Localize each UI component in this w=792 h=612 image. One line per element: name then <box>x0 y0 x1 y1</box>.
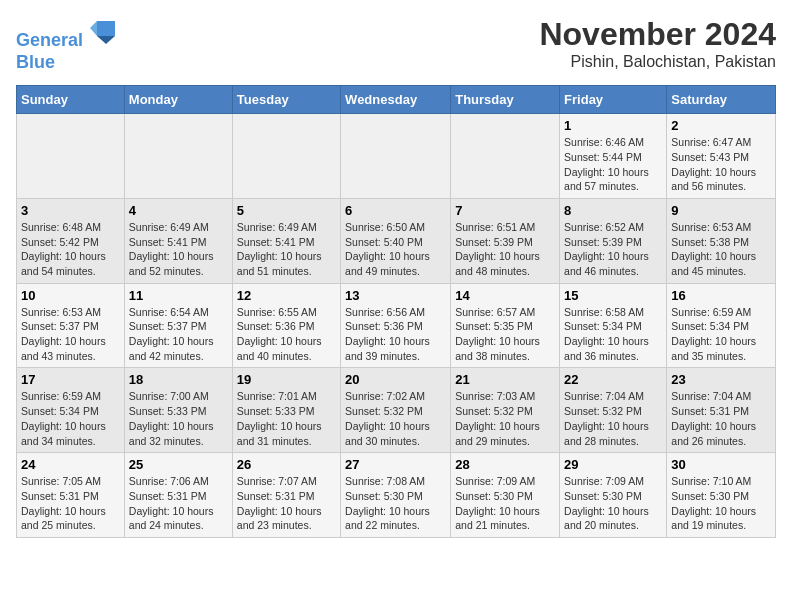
day-info-text: Sunrise: 7:04 AMSunset: 5:32 PMDaylight:… <box>564 389 662 448</box>
day-info-text: Sunrise: 6:58 AMSunset: 5:34 PMDaylight:… <box>564 305 662 364</box>
calendar-cell: 1Sunrise: 6:46 AMSunset: 5:44 PMDaylight… <box>560 114 667 199</box>
day-number: 26 <box>237 457 336 472</box>
day-number: 29 <box>564 457 662 472</box>
day-number: 5 <box>237 203 336 218</box>
calendar-cell: 24Sunrise: 7:05 AMSunset: 5:31 PMDayligh… <box>17 453 125 538</box>
calendar-week-row: 1Sunrise: 6:46 AMSunset: 5:44 PMDaylight… <box>17 114 776 199</box>
day-number: 12 <box>237 288 336 303</box>
day-number: 6 <box>345 203 446 218</box>
calendar-cell: 21Sunrise: 7:03 AMSunset: 5:32 PMDayligh… <box>451 368 560 453</box>
day-info-text: Sunrise: 6:51 AMSunset: 5:39 PMDaylight:… <box>455 220 555 279</box>
day-header-saturday: Saturday <box>667 86 776 114</box>
logo-icon <box>87 16 117 46</box>
day-header-sunday: Sunday <box>17 86 125 114</box>
day-info-text: Sunrise: 7:02 AMSunset: 5:32 PMDaylight:… <box>345 389 446 448</box>
calendar-cell: 4Sunrise: 6:49 AMSunset: 5:41 PMDaylight… <box>124 198 232 283</box>
day-header-tuesday: Tuesday <box>232 86 340 114</box>
day-info-text: Sunrise: 6:47 AMSunset: 5:43 PMDaylight:… <box>671 135 771 194</box>
logo: General Blue <box>16 16 117 73</box>
day-header-wednesday: Wednesday <box>341 86 451 114</box>
day-header-monday: Monday <box>124 86 232 114</box>
day-info-text: Sunrise: 7:07 AMSunset: 5:31 PMDaylight:… <box>237 474 336 533</box>
day-info-text: Sunrise: 6:55 AMSunset: 5:36 PMDaylight:… <box>237 305 336 364</box>
day-number: 9 <box>671 203 771 218</box>
day-info-text: Sunrise: 7:01 AMSunset: 5:33 PMDaylight:… <box>237 389 336 448</box>
calendar-cell <box>124 114 232 199</box>
logo-text: General <box>16 16 117 52</box>
day-info-text: Sunrise: 6:50 AMSunset: 5:40 PMDaylight:… <box>345 220 446 279</box>
day-number: 17 <box>21 372 120 387</box>
day-number: 19 <box>237 372 336 387</box>
calendar-cell: 11Sunrise: 6:54 AMSunset: 5:37 PMDayligh… <box>124 283 232 368</box>
day-info-text: Sunrise: 7:03 AMSunset: 5:32 PMDaylight:… <box>455 389 555 448</box>
day-info-text: Sunrise: 6:49 AMSunset: 5:41 PMDaylight:… <box>237 220 336 279</box>
calendar-cell: 10Sunrise: 6:53 AMSunset: 5:37 PMDayligh… <box>17 283 125 368</box>
day-info-text: Sunrise: 6:57 AMSunset: 5:35 PMDaylight:… <box>455 305 555 364</box>
title-section: November 2024 Pishin, Balochistan, Pakis… <box>539 16 776 71</box>
day-info-text: Sunrise: 6:59 AMSunset: 5:34 PMDaylight:… <box>21 389 120 448</box>
calendar-cell: 20Sunrise: 7:02 AMSunset: 5:32 PMDayligh… <box>341 368 451 453</box>
calendar-cell: 7Sunrise: 6:51 AMSunset: 5:39 PMDaylight… <box>451 198 560 283</box>
calendar-cell: 27Sunrise: 7:08 AMSunset: 5:30 PMDayligh… <box>341 453 451 538</box>
calendar-week-row: 17Sunrise: 6:59 AMSunset: 5:34 PMDayligh… <box>17 368 776 453</box>
calendar-cell: 18Sunrise: 7:00 AMSunset: 5:33 PMDayligh… <box>124 368 232 453</box>
month-title: November 2024 <box>539 16 776 53</box>
day-info-text: Sunrise: 7:00 AMSunset: 5:33 PMDaylight:… <box>129 389 228 448</box>
day-number: 18 <box>129 372 228 387</box>
day-number: 23 <box>671 372 771 387</box>
day-number: 16 <box>671 288 771 303</box>
day-info-text: Sunrise: 7:09 AMSunset: 5:30 PMDaylight:… <box>455 474 555 533</box>
calendar-cell: 5Sunrise: 6:49 AMSunset: 5:41 PMDaylight… <box>232 198 340 283</box>
day-number: 7 <box>455 203 555 218</box>
calendar-cell: 8Sunrise: 6:52 AMSunset: 5:39 PMDaylight… <box>560 198 667 283</box>
calendar-cell <box>451 114 560 199</box>
calendar-week-row: 3Sunrise: 6:48 AMSunset: 5:42 PMDaylight… <box>17 198 776 283</box>
day-number: 27 <box>345 457 446 472</box>
day-info-text: Sunrise: 6:52 AMSunset: 5:39 PMDaylight:… <box>564 220 662 279</box>
calendar-cell: 13Sunrise: 6:56 AMSunset: 5:36 PMDayligh… <box>341 283 451 368</box>
svg-marker-1 <box>97 36 115 44</box>
day-number: 30 <box>671 457 771 472</box>
page-header: General Blue November 2024 Pishin, Baloc… <box>16 16 776 73</box>
calendar-cell: 22Sunrise: 7:04 AMSunset: 5:32 PMDayligh… <box>560 368 667 453</box>
day-number: 28 <box>455 457 555 472</box>
day-number: 2 <box>671 118 771 133</box>
day-info-text: Sunrise: 6:54 AMSunset: 5:37 PMDaylight:… <box>129 305 228 364</box>
day-info-text: Sunrise: 7:06 AMSunset: 5:31 PMDaylight:… <box>129 474 228 533</box>
day-info-text: Sunrise: 7:10 AMSunset: 5:30 PMDaylight:… <box>671 474 771 533</box>
calendar-cell: 23Sunrise: 7:04 AMSunset: 5:31 PMDayligh… <box>667 368 776 453</box>
day-info-text: Sunrise: 6:49 AMSunset: 5:41 PMDaylight:… <box>129 220 228 279</box>
calendar-week-row: 24Sunrise: 7:05 AMSunset: 5:31 PMDayligh… <box>17 453 776 538</box>
day-number: 1 <box>564 118 662 133</box>
calendar-cell: 26Sunrise: 7:07 AMSunset: 5:31 PMDayligh… <box>232 453 340 538</box>
day-number: 10 <box>21 288 120 303</box>
day-info-text: Sunrise: 6:46 AMSunset: 5:44 PMDaylight:… <box>564 135 662 194</box>
calendar-cell: 9Sunrise: 6:53 AMSunset: 5:38 PMDaylight… <box>667 198 776 283</box>
day-number: 24 <box>21 457 120 472</box>
day-number: 11 <box>129 288 228 303</box>
calendar-cell: 28Sunrise: 7:09 AMSunset: 5:30 PMDayligh… <box>451 453 560 538</box>
day-number: 22 <box>564 372 662 387</box>
calendar-cell: 14Sunrise: 6:57 AMSunset: 5:35 PMDayligh… <box>451 283 560 368</box>
day-info-text: Sunrise: 6:59 AMSunset: 5:34 PMDaylight:… <box>671 305 771 364</box>
location-text: Pishin, Balochistan, Pakistan <box>539 53 776 71</box>
day-number: 25 <box>129 457 228 472</box>
calendar-cell <box>341 114 451 199</box>
day-info-text: Sunrise: 7:05 AMSunset: 5:31 PMDaylight:… <box>21 474 120 533</box>
calendar-cell <box>17 114 125 199</box>
day-info-text: Sunrise: 6:53 AMSunset: 5:37 PMDaylight:… <box>21 305 120 364</box>
calendar-cell: 3Sunrise: 6:48 AMSunset: 5:42 PMDaylight… <box>17 198 125 283</box>
calendar-week-row: 10Sunrise: 6:53 AMSunset: 5:37 PMDayligh… <box>17 283 776 368</box>
day-info-text: Sunrise: 7:04 AMSunset: 5:31 PMDaylight:… <box>671 389 771 448</box>
day-header-thursday: Thursday <box>451 86 560 114</box>
day-info-text: Sunrise: 6:56 AMSunset: 5:36 PMDaylight:… <box>345 305 446 364</box>
day-info-text: Sunrise: 7:09 AMSunset: 5:30 PMDaylight:… <box>564 474 662 533</box>
calendar-cell <box>232 114 340 199</box>
calendar-cell: 2Sunrise: 6:47 AMSunset: 5:43 PMDaylight… <box>667 114 776 199</box>
calendar-cell: 17Sunrise: 6:59 AMSunset: 5:34 PMDayligh… <box>17 368 125 453</box>
logo-blue-text: Blue <box>16 52 117 74</box>
day-info-text: Sunrise: 6:48 AMSunset: 5:42 PMDaylight:… <box>21 220 120 279</box>
day-number: 8 <box>564 203 662 218</box>
day-info-text: Sunrise: 6:53 AMSunset: 5:38 PMDaylight:… <box>671 220 771 279</box>
calendar-cell: 30Sunrise: 7:10 AMSunset: 5:30 PMDayligh… <box>667 453 776 538</box>
